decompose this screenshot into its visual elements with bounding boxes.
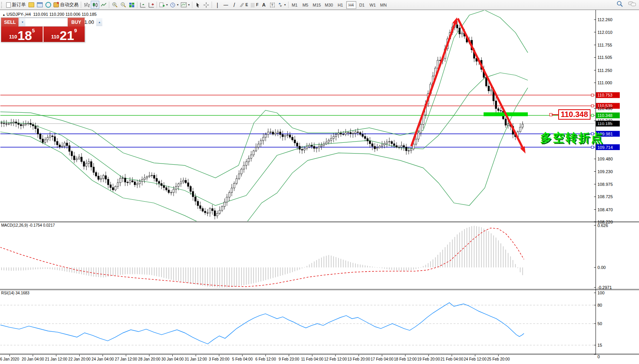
- time-tick-label: 30 Jan 04:00: [162, 357, 184, 361]
- text-label-icon: T: [270, 3, 275, 7]
- rsi-tick-label: 0: [597, 354, 600, 359]
- crosshair-button[interactable]: [202, 1, 210, 9]
- chevron-down-icon[interactable]: ▾: [166, 3, 168, 7]
- price-tick-label: 108.470: [597, 207, 613, 212]
- tab-timeframe-D1[interactable]: D1: [357, 1, 367, 9]
- toolbar-grip[interactable]: [1, 2, 3, 8]
- volume-down-button[interactable]: ▼: [19, 18, 25, 26]
- text-button[interactable]: A: [260, 1, 268, 9]
- toolbar-separator: [288, 2, 289, 8]
- trendline-button[interactable]: /: [230, 1, 239, 9]
- tile-windows-icon: [129, 3, 134, 7]
- directory-icon: [28, 2, 34, 7]
- sell-price-big: 18: [17, 30, 32, 41]
- toolbar-separator: [137, 2, 137, 8]
- time-tick-label: 20 Jan 04:00: [22, 357, 44, 361]
- time-tick-label: 19 Feb 20:00: [417, 357, 440, 361]
- signals-button[interactable]: [44, 1, 52, 9]
- vertical-line-icon: |: [217, 2, 218, 8]
- rsi-indicator-label: RSI(14) 34.1683: [1, 291, 29, 295]
- indicators-button[interactable]: ▾: [158, 1, 169, 9]
- vertical-line-button[interactable]: |: [213, 1, 222, 9]
- new-order-button[interactable]: 新订单: [5, 1, 27, 9]
- arrows-button[interactable]: ▾: [277, 1, 287, 9]
- time-tick-label: 3 Feb 20:00: [209, 357, 230, 361]
- indicators-add-icon: [159, 2, 165, 8]
- time-tick-label: 24 Jan 04:00: [92, 357, 114, 361]
- chevron-down-icon[interactable]: ▾: [284, 3, 286, 7]
- chevron-down-icon[interactable]: ▾: [177, 3, 179, 7]
- price-tick-label: 112.260: [597, 17, 612, 22]
- price-badge-label: 110.753: [597, 93, 612, 97]
- macd-indicator-label: MACD(12,26,9) -0.1754 0.0217: [1, 223, 55, 227]
- price-tick-label: 108.725: [597, 194, 613, 199]
- timeframe-bar: M1M5M15M30H1H4D1W1MN: [290, 1, 389, 9]
- volume-input[interactable]: [25, 18, 96, 26]
- charts-window-button[interactable]: [35, 1, 44, 9]
- equidistant-channel-icon: [240, 3, 244, 7]
- time-tick-label: 6 Feb 12:00: [255, 357, 276, 361]
- symbol-name: USDJPY-,H4: [7, 12, 31, 17]
- volume-up-button[interactable]: ▲: [96, 18, 102, 26]
- time-axis: 6 Jan 202020 Jan 04:0021 Jan 12:0022 Jan…: [0, 355, 510, 362]
- auto-trading-button[interactable]: 自动交易: [52, 1, 80, 9]
- buy-price-pip: 9: [74, 28, 77, 33]
- candlestick-chart-icon: [92, 2, 98, 8]
- candlestick-chart-button[interactable]: [91, 1, 99, 9]
- tab-timeframe-M1[interactable]: M1: [290, 1, 300, 9]
- tab-timeframe-H4[interactable]: H4: [346, 1, 356, 9]
- cursor-button[interactable]: [194, 1, 202, 9]
- zoom-out-icon: [120, 2, 126, 8]
- price-tick-label: 111.000: [597, 80, 612, 85]
- price-tick-label: 108.975: [597, 182, 613, 187]
- tab-timeframe-M30[interactable]: M30: [323, 1, 334, 9]
- time-tick-label: 21 Jan 12:00: [45, 357, 67, 361]
- zoom-out-button[interactable]: [119, 1, 127, 9]
- tab-timeframe-H1[interactable]: H1: [335, 1, 345, 9]
- text-label-button[interactable]: T: [268, 1, 277, 9]
- tile-windows-button[interactable]: [127, 1, 136, 9]
- toolbar-separator: [192, 2, 192, 8]
- time-tick-label: 31 Jan 12:00: [185, 357, 207, 361]
- zoom-in-button[interactable]: [110, 1, 119, 9]
- templates-button[interactable]: ▾: [180, 1, 191, 9]
- time-tick-label: 13 Feb 20:00: [347, 357, 370, 361]
- chat-icon[interactable]: [628, 1, 636, 7]
- horizontal-line-button[interactable]: —: [222, 1, 230, 9]
- periods-button[interactable]: ▾: [169, 1, 180, 9]
- tab-timeframe-M15[interactable]: M15: [311, 1, 322, 9]
- sell-button[interactable]: SELL: [1, 18, 19, 27]
- time-tick-label: 28 Jan 20:00: [138, 357, 160, 361]
- tab-timeframe-M5[interactable]: M5: [300, 1, 310, 9]
- auto-scroll-button[interactable]: [138, 1, 147, 9]
- bar-chart-button[interactable]: [82, 1, 91, 9]
- time-tick-label: 11 Feb 04:00: [301, 357, 324, 361]
- buy-price[interactable]: 110 21 9: [43, 27, 85, 42]
- tab-timeframe-W1[interactable]: W1: [368, 1, 378, 9]
- sell-price[interactable]: 110 18 5: [1, 27, 43, 42]
- time-tick-label: 21 Feb 04:00: [440, 357, 463, 361]
- rsi-tick-label: 50: [597, 321, 602, 326]
- buy-price-handle: 110: [51, 34, 59, 40]
- fibo-let: F: [256, 3, 259, 7]
- toolbar-separator: [109, 2, 109, 8]
- one-click-trading-panel: SELL ▼ ▲ BUY 110 18 5 110 21 9: [1, 17, 85, 42]
- equidistant-channel-button[interactable]: E: [239, 1, 249, 9]
- resistance-price-label[interactable]: 110.348: [558, 109, 591, 120]
- sell-price-pip: 5: [32, 28, 35, 33]
- chevron-down-icon[interactable]: ▾: [188, 3, 190, 7]
- chart-canvas[interactable]: 110.753110.539110.348110.185109.981109.7…: [0, 0, 639, 364]
- chart-plot-area[interactable]: [0, 10, 596, 354]
- directory-button[interactable]: [27, 1, 35, 9]
- tab-timeframe-MN[interactable]: MN: [379, 1, 389, 9]
- fibonacci-button[interactable]: F: [249, 1, 260, 9]
- new-order-icon: [6, 2, 11, 8]
- line-chart-button[interactable]: [99, 1, 108, 9]
- rsi-tick-label: 100: [597, 291, 604, 295]
- search-icon[interactable]: [617, 1, 623, 7]
- price-tick-label: 111.755: [597, 43, 612, 47]
- price-tick-label: 109.230: [597, 169, 613, 174]
- chart-shift-button[interactable]: [147, 1, 155, 9]
- macd-tick-label: 0.626: [597, 223, 608, 228]
- buy-button[interactable]: BUY: [67, 18, 85, 27]
